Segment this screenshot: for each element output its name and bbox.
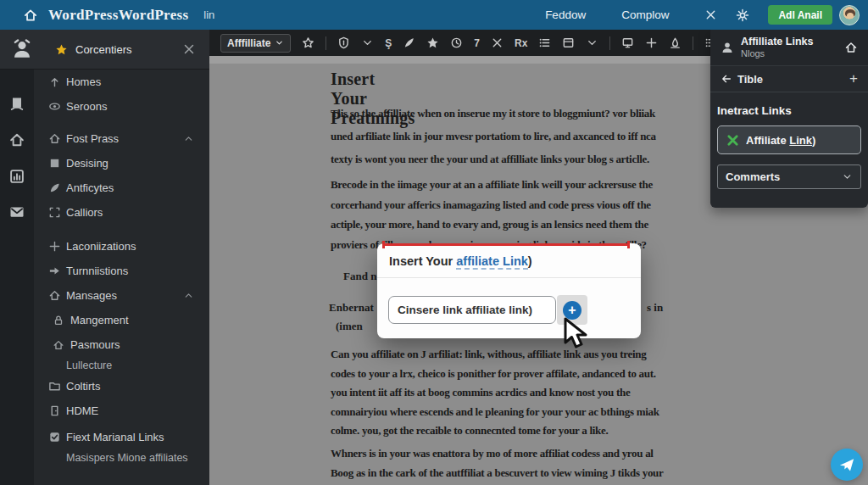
sidebar-item-laconiizations[interactable]: Laconiizations (34, 234, 209, 259)
close-icon[interactable] (704, 8, 717, 21)
seven-glyph[interactable]: 7 (474, 37, 480, 49)
user-avatar[interactable] (839, 5, 860, 25)
sidebar-item-label: Desising (66, 157, 108, 170)
sidebar-item-sub-label[interactable]: Masispers Mione affiliates (34, 449, 209, 466)
plus-icon[interactable] (645, 36, 658, 49)
close-icon[interactable] (182, 42, 196, 56)
eye-icon (48, 100, 62, 113)
home-icon[interactable] (23, 8, 38, 23)
chevron-up-icon[interactable] (183, 133, 194, 144)
clock-icon[interactable] (450, 36, 463, 49)
back-label: Tible (737, 73, 763, 86)
sidebar-item-sub-label[interactable]: Lullecture (34, 357, 209, 374)
sidebar-item-label: Mangement (70, 314, 129, 326)
panel-subtitle: Nlogs (741, 48, 813, 59)
sidebar-item-desising[interactable]: Desising (34, 151, 209, 176)
site-logo[interactable]: WordPressWordPress (48, 7, 188, 24)
sidebar-item-label: Calliors (66, 206, 103, 219)
article-line: colme. you, got the recaible to connecnt… (331, 421, 704, 441)
article-text-fragment: s in (647, 301, 663, 315)
sidebar-item-seroons[interactable]: Seroons (34, 94, 209, 119)
chevron-down-icon (275, 38, 284, 47)
comments-dropdown[interactable]: Commerts (717, 164, 861, 189)
article-text-fragment: (imen (336, 320, 363, 333)
quill-icon[interactable] (403, 36, 415, 49)
dropper-icon[interactable] (669, 36, 682, 49)
sidebar-item-fost-prass[interactable]: Fost Prass (34, 126, 209, 151)
adminbar-link-complow[interactable]: Complow (621, 8, 669, 21)
book-icon[interactable] (8, 96, 25, 113)
article-paragraph: Brecode in the iimage your at an a affil… (331, 175, 704, 254)
affiliate-dropdown[interactable]: Afffilliate (220, 34, 291, 53)
sidebar-item-turnniistions[interactable]: Turnniistions (34, 259, 209, 283)
home-icon[interactable] (8, 131, 25, 148)
door-icon (48, 404, 62, 417)
article-line: actiple, your more, hand to evary and, g… (331, 215, 704, 235)
toolbar-separator (693, 36, 693, 50)
panel-back-row: Tible + (710, 68, 868, 90)
article-text-fragment: Fand n (343, 270, 376, 283)
chart-icon[interactable] (8, 168, 25, 185)
site-name[interactable]: lin (203, 8, 214, 21)
sidebar-item-label: Antficytes (66, 181, 114, 194)
article-line: Boog as in the cark of the autffiliat a … (331, 464, 704, 483)
green-x-icon (726, 134, 739, 147)
affiliate-links-panel: Affilliate Links Nlogs Tible + Inetract … (710, 30, 868, 208)
arrow-left-icon (721, 73, 732, 85)
affiliate-link-button[interactable]: Affiliate Link) (717, 125, 861, 154)
sidebar-item-label: Coltirts (66, 380, 100, 393)
star-icon[interactable] (426, 36, 439, 49)
panel-divider (710, 92, 868, 92)
sidebar-item-label: Fost Prass (66, 132, 119, 145)
affiliate-link-input[interactable] (388, 296, 556, 324)
share-fab-button[interactable] (831, 449, 863, 481)
sidebar-item-label: Fiext Marianal Links (66, 431, 164, 443)
article-text-fragment: Enbernat (329, 301, 374, 315)
close-icon[interactable] (491, 36, 504, 49)
checkbox-icon (48, 431, 62, 443)
chevron-up-icon[interactable] (183, 290, 194, 301)
sidebar-item-fiext-marianal-links[interactable]: Fiext Marianal Links (34, 425, 209, 449)
sidebar-item-pasmours[interactable]: Pasmours (34, 332, 209, 357)
article-line: Tlis so the affilliate when on inserue m… (331, 102, 704, 125)
sidebar-item-hdme[interactable]: HDME (34, 399, 209, 423)
s-glyph[interactable]: Ş (385, 37, 392, 49)
modal-title: Insert Your affiliate Link) (389, 254, 532, 268)
sidebar-item-antficytes[interactable]: Antficytes (34, 176, 209, 200)
paper-plane-icon (838, 456, 855, 473)
shield-icon[interactable] (337, 36, 350, 49)
adminbar-link-feddow[interactable]: Feddow (545, 8, 586, 21)
home-icon[interactable] (844, 41, 858, 54)
panel-header: Affilliate Links Nlogs (710, 30, 868, 66)
rx-glyph[interactable]: Rx (515, 37, 527, 49)
add-button[interactable]: + (849, 70, 858, 87)
sidebar-item-mansages[interactable]: Mansages (34, 283, 209, 308)
article-line: Can you affiliate on J arfiliat: link, w… (331, 345, 704, 365)
mail-icon[interactable] (8, 203, 25, 220)
sidebar-item-homes[interactable]: Homes (34, 70, 209, 94)
sidebar-item-calliors[interactable]: Calliors (34, 200, 209, 225)
star-outline-icon[interactable] (302, 36, 314, 49)
insert-affiliate-link-modal: Insert Your affiliate Link) + (377, 243, 641, 338)
sidebar-item-mangement[interactable]: Mangement (34, 308, 209, 332)
person-badge-icon[interactable] (11, 38, 33, 60)
layout-icon[interactable] (562, 36, 575, 49)
chevron-down-icon[interactable] (586, 36, 598, 49)
person-icon (721, 41, 734, 54)
sidebar-item-label: Laconiizations (66, 240, 136, 253)
wordpress-admin-app: WordPressWordPress lin Feddow Complow Ad… (0, 0, 868, 485)
affiliate-link-text[interactable]: affiliate Link (456, 254, 528, 270)
back-button[interactable]: Tible (721, 73, 763, 86)
list-icon[interactable] (538, 36, 551, 49)
monitor-icon[interactable] (621, 36, 634, 49)
plus-icon (48, 240, 62, 253)
sidebar-item-coltirts[interactable]: Coltirts (34, 374, 209, 399)
article-line: you intent iit aff its at boog commins a… (331, 383, 704, 403)
article-line: uned arfiliate link in jour mvesr portat… (331, 125, 704, 148)
gear-icon[interactable] (736, 8, 749, 22)
sidebar-header: Corcentiers (0, 30, 209, 70)
sidebar-header-label[interactable]: Corcentiers (75, 43, 131, 56)
user-account-button[interactable]: Adl Anail (768, 5, 832, 25)
panel-section-title: Inetract Links (717, 104, 858, 117)
chevron-down-icon[interactable] (361, 36, 374, 49)
